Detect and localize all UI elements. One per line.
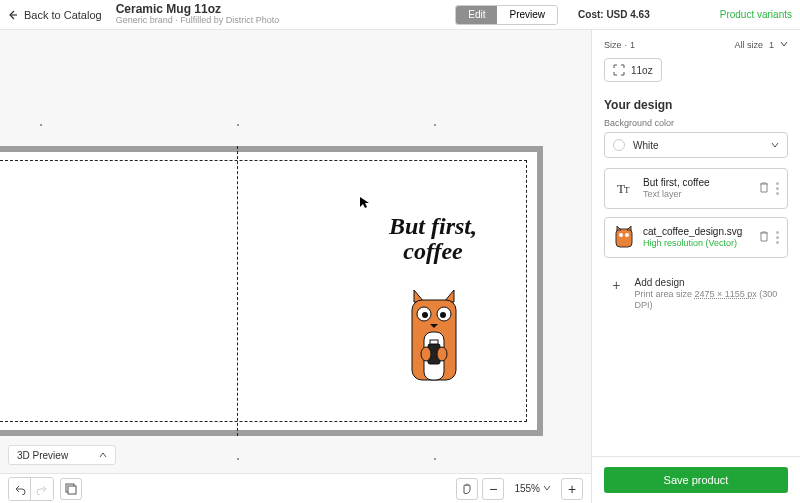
center-guide xyxy=(237,146,238,436)
undo-icon xyxy=(14,483,26,495)
layer-text[interactable]: TT But first, coffee Text layer xyxy=(604,168,788,209)
svg-text:T: T xyxy=(624,185,630,195)
svg-rect-14 xyxy=(616,229,632,247)
redo-icon xyxy=(36,483,48,495)
bg-color-value: White xyxy=(633,140,659,151)
layer-image[interactable]: cat_coffee_design.svg High resolution (V… xyxy=(604,217,788,258)
size-label: Size xyxy=(604,40,622,50)
right-panel: Size · 1 All size 1 11oz Your design Bac… xyxy=(591,30,800,503)
cat-thumb-icon xyxy=(613,226,635,248)
zoom-out-button[interactable]: − xyxy=(482,478,504,500)
design-canvas[interactable]: But first, coffee 3D Preview xyxy=(0,30,591,503)
svg-point-5 xyxy=(440,312,446,318)
size-chip-11oz[interactable]: 11oz xyxy=(604,58,662,82)
back-label: Back to Catalog xyxy=(24,9,102,21)
all-size-label: All size xyxy=(734,40,763,50)
chevron-down-icon xyxy=(543,483,551,494)
edit-preview-toggle: Edit Preview xyxy=(455,5,558,25)
zoom-in-button[interactable]: + xyxy=(561,478,583,500)
size-chip-label: 11oz xyxy=(631,65,653,76)
design-text[interactable]: But first, coffee xyxy=(378,214,488,264)
3d-preview-toggle[interactable]: 3D Preview xyxy=(8,445,116,465)
delete-layer-button[interactable] xyxy=(758,230,770,244)
zoom-value: 155% xyxy=(514,483,540,494)
layer-name: But first, coffee xyxy=(643,177,750,189)
arrow-left-icon xyxy=(8,10,18,20)
layer-sub: Text layer xyxy=(643,189,750,200)
3d-preview-label: 3D Preview xyxy=(17,450,68,461)
bg-color-select[interactable]: White xyxy=(604,132,788,158)
layer-name: cat_coffee_design.svg xyxy=(643,226,750,238)
redo-button[interactable] xyxy=(31,478,53,500)
add-design-sub: Print area size 2475 × 1155 px (300 DPI) xyxy=(634,289,784,312)
pan-tool[interactable] xyxy=(456,478,478,500)
trash-icon xyxy=(758,181,770,193)
svg-point-4 xyxy=(422,312,428,318)
drag-handle[interactable] xyxy=(776,182,779,195)
all-size-count: 1 xyxy=(769,40,774,50)
edit-tab[interactable]: Edit xyxy=(456,6,497,24)
hand-icon xyxy=(461,483,473,495)
text-icon: TT xyxy=(613,177,635,199)
cat-design-image[interactable] xyxy=(406,288,462,382)
your-design-heading: Your design xyxy=(592,94,800,118)
save-product-button[interactable]: Save product xyxy=(604,467,788,493)
cursor-icon xyxy=(360,197,370,209)
svg-point-15 xyxy=(619,233,623,237)
all-size-dropdown[interactable]: All size 1 xyxy=(734,40,788,50)
product-subtitle: Generic brand · Fulfilled by District Ph… xyxy=(116,16,280,26)
chevron-down-icon xyxy=(780,40,788,50)
back-to-catalog[interactable]: Back to Catalog xyxy=(8,9,102,21)
color-swatch-white xyxy=(613,139,625,151)
bg-color-label: Background color xyxy=(592,118,800,132)
plus-icon: + xyxy=(608,276,624,294)
zoom-level[interactable]: 155% xyxy=(508,478,557,500)
minus-icon: − xyxy=(489,481,497,497)
product-variants-link[interactable]: Product variants xyxy=(720,9,792,20)
trash-icon xyxy=(758,230,770,242)
chevron-down-icon xyxy=(771,140,779,151)
design-text-line2: coffee xyxy=(403,238,463,264)
product-title-block: Ceramic Mug 11oz Generic brand · Fulfill… xyxy=(116,3,280,26)
svg-rect-7 xyxy=(430,340,438,344)
svg-rect-11 xyxy=(68,486,76,494)
layers-button[interactable] xyxy=(60,478,82,500)
expand-icon xyxy=(613,64,625,76)
add-design-label: Add design xyxy=(634,276,784,289)
plus-icon: + xyxy=(568,481,576,497)
preview-tab[interactable]: Preview xyxy=(497,6,557,24)
delete-layer-button[interactable] xyxy=(758,181,770,195)
svg-point-9 xyxy=(437,347,447,361)
layer-sub: High resolution (Vector) xyxy=(643,238,750,249)
drag-handle[interactable] xyxy=(776,231,779,244)
svg-point-8 xyxy=(421,347,431,361)
cost-label: Cost: USD 4.63 xyxy=(578,9,650,20)
chevron-up-icon xyxy=(99,450,107,461)
svg-point-16 xyxy=(625,233,629,237)
layers-icon xyxy=(64,482,78,496)
size-count: 1 xyxy=(630,40,635,50)
add-design-button[interactable]: + Add design Print area size 2475 × 1155… xyxy=(604,266,788,322)
undo-button[interactable] xyxy=(9,478,31,500)
design-text-line1: But first, xyxy=(389,213,477,239)
canvas-toolbar: − 155% + xyxy=(0,473,591,503)
